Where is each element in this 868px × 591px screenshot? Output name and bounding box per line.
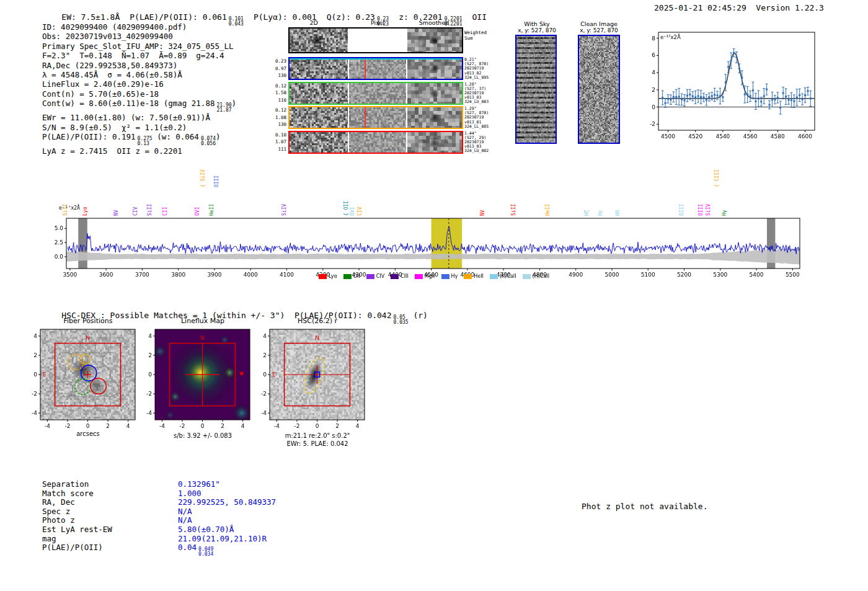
lineflux-sb-label: s/b: 3.92 +/- 0.083 xyxy=(174,432,232,439)
match-row-label: Est LyA rest-EW xyxy=(42,525,112,534)
legend-label: Lyα xyxy=(329,273,337,279)
spec2d-row-right-labels: 1.28"(527, 37)20230719v013_03324_LU_003 xyxy=(464,82,499,105)
match-row-label: Photo z xyxy=(42,515,75,525)
legend-swatch xyxy=(523,274,531,279)
spec2d-row-left-labels: 0.230.97130 xyxy=(270,58,286,79)
info-line: Primary Spec_Slot_IFU_AMP: 324_075_055_L… xyxy=(42,42,236,51)
match-row-label: Separation xyxy=(42,479,89,489)
legend-label: HeII xyxy=(474,273,484,279)
emission-line-label: HeII xyxy=(545,204,551,216)
match-row-label: Match score xyxy=(42,489,94,498)
ew-value: EW: 7.5±1.8Å xyxy=(61,12,120,22)
info-line: P(LAE)/P(OII): 0.1910.2750.13 (w: 0.0640… xyxy=(42,132,236,146)
clean-image-coords: x, y: 527, 870 xyxy=(580,27,618,33)
emission-line-label: Hγ xyxy=(722,210,728,216)
legend-label: CIV xyxy=(376,273,384,279)
emission-line-label: SiII xyxy=(147,204,153,216)
info-line: Obs: 20230719v013_4029099400 xyxy=(42,32,236,41)
legend-swatch xyxy=(366,274,374,279)
fiber-xlabel: arcsecs xyxy=(76,430,100,437)
header-timestamp: 2025-01-21 02:45:29 Version 1.22.3 xyxy=(654,3,824,12)
legend-swatch xyxy=(391,274,399,279)
emission-line-label: SiII xyxy=(511,204,517,216)
match-row-label: Spec z xyxy=(42,507,70,516)
with-sky-coords: x, y: 527, 870 xyxy=(518,27,556,33)
spec2d-row-canvas xyxy=(288,106,463,129)
info-line: RA,Dec (229.992538,50.849373) xyxy=(42,61,236,70)
match-row-value: N/A xyxy=(178,515,192,525)
legend-item: MgII xyxy=(415,273,435,279)
spec2d-row-left-labels: 0.121.58110 xyxy=(270,82,286,104)
emission-line-label: SiIV xyxy=(706,204,712,216)
legend-label: CIII xyxy=(401,273,409,279)
info-line: F=2.3" T=0.148 N̄=1.07 Ā=0.89 g=24.4 xyxy=(42,51,236,60)
spec2d-row-canvas xyxy=(288,57,463,80)
emission-line-label: OVI xyxy=(350,207,356,216)
match-row-value: 0.040.0490.034 xyxy=(178,543,213,557)
legend-label: MgII xyxy=(425,273,435,279)
info-line: λ = 4548.45Å σ = 4.06(±0.58)Å xyxy=(42,70,236,79)
legend-item: OII xyxy=(343,273,360,279)
info-line: ID: 4029099400 (4029099400.pdf) xyxy=(42,22,236,32)
fiber-positions-cutout xyxy=(24,324,144,431)
emission-line-fit-chart xyxy=(640,29,818,144)
match-row-value: N/A xyxy=(178,507,192,516)
emission-line-label: HeII xyxy=(209,204,215,216)
spec2d-row-canvas xyxy=(288,27,463,53)
legend-label: Hγ xyxy=(451,273,458,279)
hsc-dex-band: (r) xyxy=(409,311,428,320)
match-row-label: RA, Dec xyxy=(42,497,75,507)
spec2d-row-right-labels: 0.21"(527, 870)20230719v013_02324_LL_095 xyxy=(464,58,499,80)
with-sky-image xyxy=(515,35,557,144)
with-sky-title: With Sky xyxy=(524,20,549,27)
hsc-image-cutout xyxy=(253,324,374,431)
info-line: Cont(w) = 8.60(±0.11)e-18 (gmag 21.8821.… xyxy=(42,99,236,113)
match-row-value: 229.992525, 50.849337 xyxy=(178,497,276,507)
hsc-ewr-label: EWr: 5. PLAE: 0.042 xyxy=(286,440,348,447)
emission-line-label: NV xyxy=(480,210,486,216)
legend-item: (K)CaII xyxy=(490,273,516,279)
lineflux-map-cutout xyxy=(138,324,259,431)
legend-swatch xyxy=(441,274,449,279)
emission-line-label: { OII xyxy=(343,201,350,216)
legend-item: CIII xyxy=(391,273,409,279)
legend-item: Lyα xyxy=(319,273,337,279)
plae-poii-value: P(LAE)/P(OII): 0.0610.1010.043 xyxy=(130,12,244,22)
emission-line-label: Hζ xyxy=(584,210,590,216)
legend-label: (H)CaII xyxy=(533,273,549,279)
legend-swatch xyxy=(343,274,352,279)
emission-line-label: Lyα xyxy=(82,207,89,216)
match-row-value: 0.132961" xyxy=(178,479,220,489)
legend-item: (H)CaII xyxy=(523,273,549,279)
legend-swatch xyxy=(490,274,498,279)
emission-line-label: SiIV xyxy=(281,204,288,216)
legend-item: Hγ xyxy=(441,273,458,279)
clean-image xyxy=(578,35,620,144)
match-row-label: mag xyxy=(42,534,56,543)
phot-z-note: Phot z plot not available. xyxy=(582,502,708,511)
spectrum-ylabel: e⁻¹⁷x2Å xyxy=(59,205,80,211)
clean-image-title: Clean Image xyxy=(580,20,618,27)
emission-line-label: OVI xyxy=(195,207,201,216)
match-row-value: 1.000 xyxy=(178,489,202,498)
emission-line-label: CII xyxy=(162,207,169,216)
emission-line-label: OIII xyxy=(698,204,704,216)
spec2d-row-right-labels: 1.44"(527, 29)20230719v013_03324_LU_002 xyxy=(464,131,499,154)
emission-line-label: NV xyxy=(113,210,120,216)
plya-value: P(Lyα): 0.001 xyxy=(254,12,317,22)
emission-line-label: Hε xyxy=(598,210,604,216)
legend-swatch xyxy=(415,274,423,279)
spectrum-legend: LyαOIICIVCIIIMgIIHγHeII(K)CaII(H)CaII xyxy=(319,273,549,279)
spec2d-row-left-labels: 0.121.08130 xyxy=(270,107,286,128)
emission-line-label: Hδ xyxy=(615,210,621,216)
emission-line-label: CIV xyxy=(133,207,139,216)
info-line: S/N = 8.9(±0.5) χ² = 1.1(±0.2) xyxy=(42,123,236,132)
legend-label: (K)CaII xyxy=(500,273,516,279)
info-line: Cont(n) = 5.70(±0.65)e-18 xyxy=(42,89,236,99)
spec2d-row-canvas xyxy=(288,131,463,154)
emission-line-label: { SiIV xyxy=(200,169,206,187)
spec2d-row-left-labels: 0.101.07111 xyxy=(270,131,286,153)
classification-label: OII xyxy=(472,12,487,22)
legend-item: CIV xyxy=(366,273,384,279)
spec2d-row-right-labels: 1.29"(527, 870)20230719v013_01324_LL_085 xyxy=(464,107,499,129)
